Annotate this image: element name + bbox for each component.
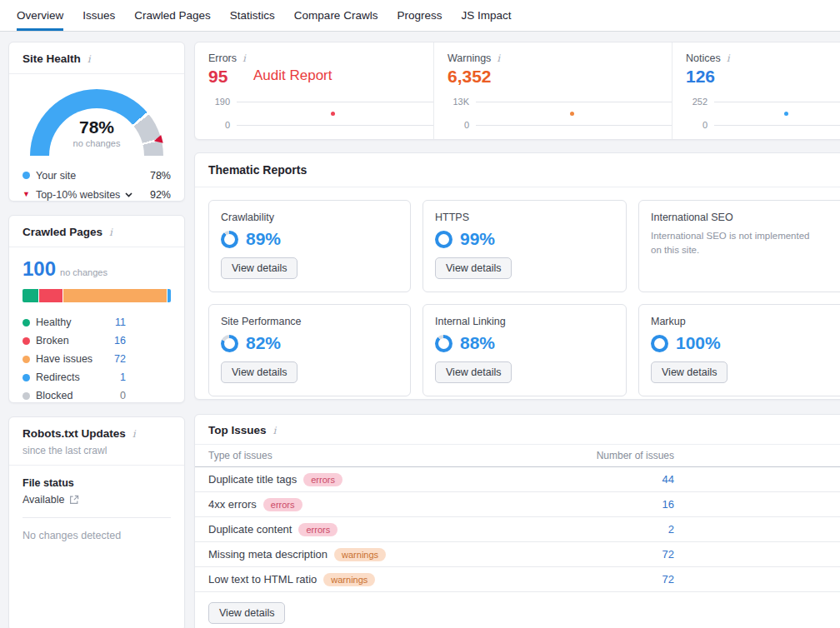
tab-crawled-pages[interactable]: Crawled Pages	[134, 0, 211, 31]
tab-progress[interactable]: Progress	[397, 0, 442, 31]
blue-dot-icon	[22, 172, 30, 179]
info-icon[interactable]: i	[131, 428, 138, 440]
axis-min: 0	[448, 120, 476, 130]
site-health-card: Site Health i 78% no changes Your site 7…	[8, 42, 185, 202]
legend-value-link[interactable]: 1	[120, 371, 126, 383]
axis-min: 0	[686, 120, 714, 130]
external-link-icon[interactable]	[69, 495, 79, 505]
view-details-button[interactable]: View details	[208, 602, 285, 624]
legend-label: Have issues	[36, 353, 92, 365]
legend-blocked: Blocked 0	[22, 386, 126, 405]
axis-max: 13K	[448, 97, 476, 107]
notices-label: Notices	[686, 52, 721, 64]
issue-count-link[interactable]: 2	[566, 523, 674, 536]
file-status-label: File status	[22, 477, 171, 489]
table-row: Duplicate title tags errors 44	[195, 467, 840, 492]
table-row: Low text to HTML ratio warnings 72	[195, 567, 840, 592]
thematic-pct: 100%	[676, 333, 721, 353]
legend-your-site: Your site 78%	[22, 166, 171, 185]
issue-label: Missing meta description	[208, 548, 328, 561]
site-health-change: no changes	[30, 138, 163, 148]
info-icon[interactable]: i	[86, 53, 92, 65]
thematic-title: Thematic Reports	[208, 163, 307, 177]
errors-data-point	[331, 112, 335, 116]
warnings-stat: Warnings i 6,352 13K 0	[433, 42, 672, 139]
table-row: Missing meta description warnings 72	[195, 542, 840, 567]
notices-value[interactable]: 126	[686, 67, 840, 87]
col-type-of-issues: Type of issues	[208, 450, 272, 461]
thematic-card-international-seo: International SEO International SEO is n…	[638, 200, 840, 292]
warnings-sparkline: 13K 0	[448, 96, 672, 131]
warnings-value[interactable]: 6,352	[448, 67, 672, 87]
crawled-change: no changes	[60, 267, 108, 277]
robots-updates-card: Robots.txt Updates i since the last craw…	[8, 416, 185, 628]
thematic-label: Markup	[651, 316, 834, 327]
view-details-button[interactable]: View details	[221, 361, 298, 383]
info-icon[interactable]: i	[241, 52, 248, 64]
view-details-button[interactable]: View details	[435, 361, 512, 383]
divider	[22, 517, 171, 518]
issue-count-link[interactable]: 16	[566, 498, 674, 511]
file-status-value: Available	[22, 494, 65, 506]
legend-label: Blocked	[36, 390, 72, 401]
site-health-title: Site Health	[22, 52, 81, 65]
crawled-bar-segment	[39, 289, 62, 302]
crawled-pages-title: Crawled Pages	[22, 226, 102, 238]
issue-count-link[interactable]: 72	[566, 548, 674, 561]
chevron-down-icon[interactable]	[125, 192, 132, 197]
info-icon[interactable]: i	[108, 227, 114, 238]
crawled-stacked-bar	[22, 289, 171, 302]
totals-card: Errors i 95 Audit Report 190 0 Warnings …	[194, 42, 840, 140]
info-icon[interactable]: i	[495, 52, 502, 64]
info-icon[interactable]: i	[272, 425, 278, 436]
progress-ring-icon	[651, 335, 668, 352]
thematic-card-site-performance: Site Performance 82% View details	[208, 304, 411, 396]
thematic-pct: 89%	[246, 229, 281, 249]
legend-value-link[interactable]: 16	[114, 335, 126, 346]
view-details-button[interactable]: View details	[651, 361, 728, 383]
legend-value: 78%	[150, 170, 171, 182]
thematic-reports-card: Thematic Reports Crawlability 89% View d…	[194, 152, 840, 400]
legend-broken: Broken 16	[22, 331, 126, 350]
red-dot-icon	[22, 337, 30, 345]
thematic-label: Internal Linking	[435, 316, 614, 327]
blue-dot-icon	[22, 374, 30, 381]
top-nav: Overview Issues Crawled Pages Statistics…	[0, 0, 840, 32]
severity-badge: errors	[303, 473, 342, 486]
top-issues-title: Top Issues	[208, 424, 267, 436]
info-icon[interactable]: i	[725, 52, 732, 64]
view-details-button[interactable]: View details	[221, 257, 298, 279]
green-dot-icon	[22, 319, 30, 326]
legend-value-link[interactable]: 72	[114, 353, 126, 365]
legend-label: Your site	[36, 170, 76, 182]
warnings-data-point	[570, 112, 574, 116]
axis-min: 0	[208, 120, 237, 130]
issue-count-link[interactable]: 44	[566, 473, 674, 486]
thematic-pct: 88%	[460, 333, 495, 353]
legend-value-link[interactable]: 11	[115, 316, 126, 328]
col-number-of-issues: Number of issues	[566, 450, 674, 461]
tab-overview[interactable]: Overview	[17, 0, 63, 31]
orange-dot-icon	[22, 356, 30, 363]
legend-have-issues: Have issues 72	[22, 350, 126, 368]
legend-top10-websites[interactable]: ▼ Top-10% websites 92%	[22, 185, 171, 204]
progress-ring-icon	[435, 231, 452, 248]
legend-redirects: Redirects 1	[22, 368, 126, 386]
tab-compare-crawls[interactable]: Compare Crawls	[294, 0, 378, 31]
site-health-gauge: 78% no changes	[30, 89, 163, 156]
robots-subtitle: since the last crawl	[22, 445, 171, 456]
view-details-button[interactable]: View details	[435, 257, 512, 279]
progress-ring-icon	[221, 231, 238, 248]
severity-badge: warnings	[323, 573, 375, 586]
notices-data-point	[784, 112, 788, 116]
file-status-link[interactable]: Available	[22, 494, 171, 506]
thematic-label: Site Performance	[221, 316, 398, 327]
tab-issues[interactable]: Issues	[82, 0, 115, 31]
errors-label: Errors	[208, 52, 237, 64]
progress-ring-icon	[435, 335, 452, 352]
issue-label: Duplicate content	[208, 523, 292, 536]
tab-js-impact[interactable]: JS Impact	[461, 0, 511, 31]
issue-count-link[interactable]: 72	[566, 573, 674, 586]
tab-statistics[interactable]: Statistics	[230, 0, 275, 31]
issue-label: Low text to HTML ratio	[208, 573, 317, 586]
